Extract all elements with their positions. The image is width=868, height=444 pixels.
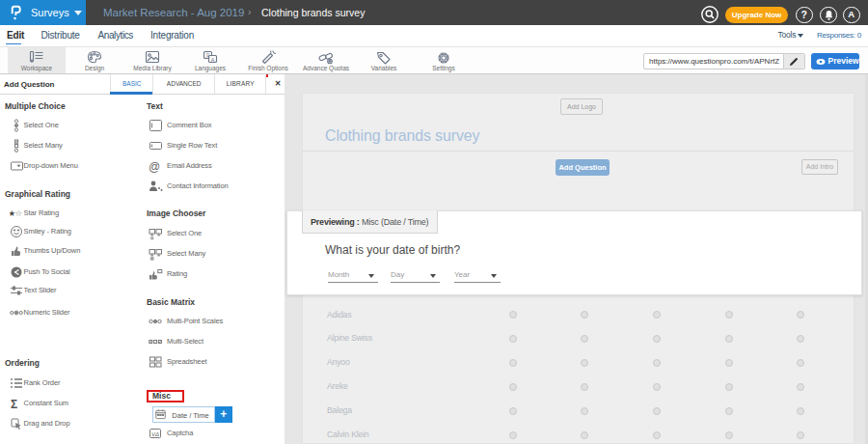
svg-text:Σ: Σ [11, 398, 17, 410]
svg-text:VΔ: VΔ [151, 430, 159, 436]
svg-text:A: A [211, 56, 215, 62]
svg-text:@: @ [149, 159, 160, 173]
svg-text:☆: ☆ [15, 208, 23, 218]
